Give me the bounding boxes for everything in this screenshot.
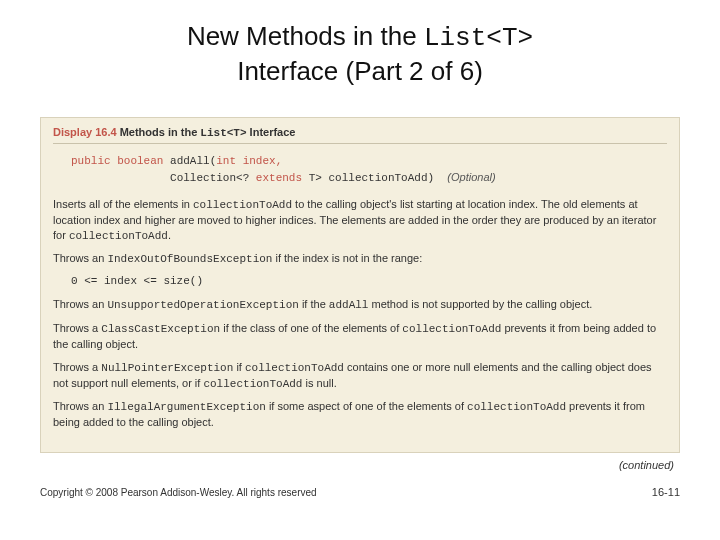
sig-modifiers: public boolean [71, 155, 163, 167]
display-number: Display 16.4 [53, 126, 117, 138]
desc-p4: Throws a ClassCastException if the class… [53, 321, 667, 352]
slide: New Methods in the List<T> Interface (Pa… [0, 0, 720, 540]
display-box: Display 16.4 Methods in the List<T> Inte… [40, 117, 680, 453]
sig-args2a: Collection<? [170, 172, 256, 184]
method-signature: public boolean addAll(int index, Collect… [71, 154, 667, 187]
slide-title: New Methods in the List<T> Interface (Pa… [40, 20, 680, 87]
desc-p5: Throws a NullPointerException if collect… [53, 360, 667, 392]
sig-args1: int index, [216, 155, 282, 167]
display-heading-code: List<T> [200, 127, 246, 139]
desc-p1: Inserts all of the elements in collectio… [53, 197, 667, 244]
sig-args2b: T> collectionToAdd) [302, 172, 434, 184]
title-line1-text: New Methods in the [187, 21, 424, 51]
title-line2: Interface (Part 2 of 6) [237, 56, 483, 86]
sig-args2kw: extends [256, 172, 302, 184]
copyright: Copyright © 2008 Pearson Addison-Wesley.… [40, 487, 317, 498]
display-heading-post: Interface [247, 126, 296, 138]
sig-optional: (Optional) [447, 171, 495, 183]
continued-label: (continued) [40, 459, 674, 471]
title-line1-code: List<T> [424, 23, 533, 53]
desc-p2: Throws an IndexOutOfBoundsException if t… [53, 251, 667, 267]
page-number: 16-11 [652, 486, 680, 498]
divider [53, 143, 667, 144]
desc-p3: Throws an UnsupportedOperationException … [53, 297, 667, 313]
desc-p6: Throws an IllegalArgumentException if so… [53, 399, 667, 430]
display-header: Display 16.4 Methods in the List<T> Inte… [53, 126, 667, 139]
range-formula: 0 <= index <= size() [71, 275, 667, 287]
sig-name: addAll( [170, 155, 216, 167]
display-heading-pre: Methods in the [120, 126, 201, 138]
